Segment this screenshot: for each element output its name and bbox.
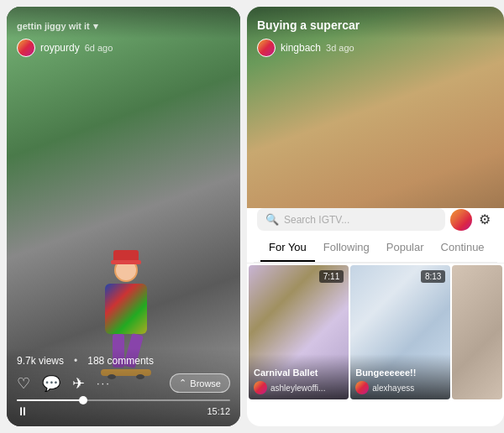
profile-avatar-icon[interactable] [450,209,472,231]
left-time-ago: 6d ago [85,43,113,53]
right-user-row: kingbach 3d ago [257,39,354,57]
video-duration: 15:12 [207,406,230,416]
igtv-tabs: For You Following Popular Continue [254,234,497,263]
grid-item-2[interactable] [452,265,502,399]
grid-item-0[interactable]: 7:11 Carnival Ballet ashleylewoffi... [249,265,349,399]
search-field[interactable]: 🔍 Search IGTV... [257,208,445,231]
grid-user-row-0: ashleylewoffi... [254,381,344,394]
left-top-bar: gettin jiggy wit it ▾ [7,7,240,39]
tab-following[interactable]: Following [315,234,378,262]
browse-label: Browse [190,378,221,389]
grid-title-1: Bungeeeeee!! [355,368,445,378]
search-row: 🔍 Search IGTV... ⚙ [254,208,497,234]
title-text: gettin jiggy wit it [17,21,90,31]
app-container: gettin jiggy wit it ▾ roypurdy 6d ago 9.… [0,0,504,433]
right-time-ago: 3d ago [326,43,354,53]
left-user-row: roypurdy 6d ago [17,39,113,57]
views-count: 9.7k views [17,355,64,367]
grid-username-0: ashleylewoffi... [270,383,325,393]
left-bottom-bar: 9.7k views • 188 comments ♡ 💬 ✈ ··· ⌃ Br… [7,348,240,426]
tab-for-you[interactable]: For You [260,234,315,262]
grid-item-1[interactable]: 8:13 Bungeeeeee!! alexhayess [350,265,450,399]
grid-title-0: Carnival Ballet [254,368,344,378]
right-video-area: Buying a supercar kingbach 3d ago [247,7,504,208]
left-username[interactable]: roypurdy [40,42,80,54]
search-placeholder-text: Search IGTV... [284,214,349,226]
hat [113,250,139,262]
more-icon[interactable]: ··· [97,377,111,389]
browse-button[interactable]: ⌃ Browse [170,373,230,393]
bottom-controls: ⏸ 15:12 [17,404,230,418]
grid-duration-1: 8:13 [421,270,445,283]
stats-row: 9.7k views • 188 comments [17,355,230,367]
left-avatar[interactable] [17,39,35,57]
right-igtv-panel: Buying a supercar kingbach 3d ago 🔍 Sear… [247,7,504,426]
tab-popular[interactable]: Popular [378,234,433,262]
right-username[interactable]: kingbach [281,42,321,54]
right-top-bar: Buying a supercar [247,7,504,39]
pause-icon[interactable]: ⏸ [17,404,29,418]
nav-icons: ⚙ [450,209,494,231]
head [114,258,138,282]
dot-sep: • [74,355,77,367]
left-video-panel: gettin jiggy wit it ▾ roypurdy 6d ago 9.… [7,7,240,426]
grid-username-1: alexhayess [372,383,414,393]
grid-avatar-0 [254,381,267,394]
grid-info-0: Carnival Ballet ashleylewoffi... [249,354,349,399]
igtv-navigation: 🔍 Search IGTV... ⚙ For You Following Pop… [247,208,504,263]
grid-duration-0: 7:11 [319,270,344,283]
tab-continue[interactable]: Continue [433,234,493,262]
right-video-title: Buying a supercar [257,18,494,32]
grid-bg-2 [452,265,502,399]
grid-user-row-1: alexhayess [355,381,445,394]
right-avatar[interactable] [257,39,276,57]
progress-row[interactable] [17,399,230,401]
comments-count: 188 comments [87,355,154,367]
body [105,284,147,334]
left-video-title: gettin jiggy wit it ▾ [17,18,98,32]
title-chevron: ▾ [93,21,98,31]
share-icon[interactable]: ✈ [72,374,85,393]
grid-info-1: Bungeeeeee!! alexhayess [350,354,450,399]
actions-row: ♡ 💬 ✈ ··· ⌃ Browse [17,373,230,393]
comment-icon[interactable]: 💬 [42,374,60,393]
gear-icon[interactable]: ⚙ [479,211,491,227]
grid-avatar-1 [355,381,369,394]
video-grid: 7:11 Carnival Ballet ashleylewoffi... 8:… [247,263,504,426]
progress-dot [79,396,87,404]
progress-bar[interactable] [17,399,230,401]
browse-chevron-icon: ⌃ [179,378,186,389]
search-icon: 🔍 [265,213,279,226]
progress-fill [17,399,81,401]
heart-icon[interactable]: ♡ [17,374,30,393]
